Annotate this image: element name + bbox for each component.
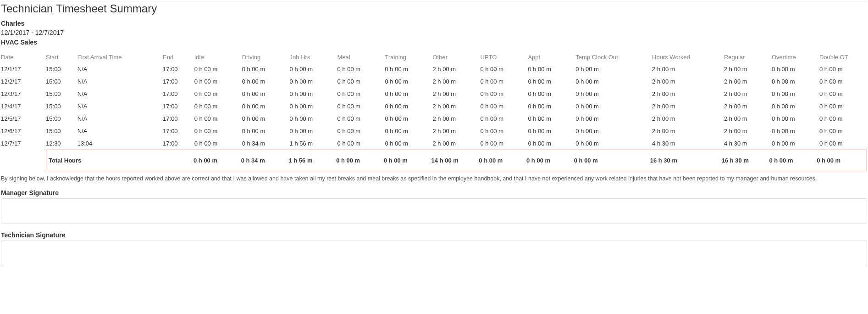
cell-start: 12:30 bbox=[46, 137, 77, 150]
cell-temp-clock-out: 0 h 00 m bbox=[575, 112, 652, 125]
cell-upto: 0 h 00 m bbox=[480, 125, 528, 137]
cell-start: 15:00 bbox=[46, 88, 77, 100]
cell-training: 0 h 00 m bbox=[385, 63, 433, 75]
cell-meal: 0 h 00 m bbox=[337, 125, 385, 137]
cell-end: 17:00 bbox=[163, 88, 194, 100]
cell-end: 17:00 bbox=[163, 100, 194, 112]
totals-overtime: 0 h 00 m bbox=[769, 153, 817, 168]
cell-end: 17:00 bbox=[163, 125, 194, 137]
cell-hours-worked: 2 h 00 m bbox=[652, 125, 724, 137]
cell-end: 17:00 bbox=[163, 75, 194, 88]
cell-meal: 0 h 00 m bbox=[337, 63, 385, 75]
manager-signature-label: Manager Signature bbox=[1, 189, 867, 196]
col-date: Date bbox=[1, 51, 46, 63]
cell-job-hrs: 0 h 00 m bbox=[290, 100, 337, 112]
cell-appt: 0 h 00 m bbox=[528, 75, 575, 88]
col-meal: Meal bbox=[337, 51, 385, 63]
page-title: Technician Timesheet Summary bbox=[1, 1, 867, 15]
cell-date: 12/5/17 bbox=[1, 112, 46, 125]
cell-temp-clock-out: 0 h 00 m bbox=[575, 63, 652, 75]
technician-name: Charles bbox=[1, 19, 867, 28]
cell-training: 0 h 00 m bbox=[385, 125, 433, 137]
cell-temp-clock-out: 0 h 00 m bbox=[575, 75, 652, 88]
cell-first-arrival: N/A bbox=[77, 75, 163, 88]
totals-temp-clock-out: 0 h 00 m bbox=[574, 153, 650, 168]
table-row: 12/5/1715:00N/A17:000 h 00 m0 h 00 m0 h … bbox=[1, 112, 867, 125]
cell-idle: 0 h 00 m bbox=[194, 112, 242, 125]
cell-other: 2 h 00 m bbox=[432, 112, 480, 125]
totals-meal: 0 h 00 m bbox=[336, 153, 384, 168]
cell-hours-worked: 2 h 00 m bbox=[652, 112, 724, 125]
cell-overtime: 0 h 00 m bbox=[772, 112, 819, 125]
cell-hours-worked: 4 h 30 m bbox=[652, 137, 724, 150]
cell-driving: 0 h 00 m bbox=[242, 63, 290, 75]
cell-overtime: 0 h 00 m bbox=[772, 125, 819, 137]
timesheet-table: Date Start First Arrival Time End Idle D… bbox=[1, 51, 867, 171]
col-idle: Idle bbox=[194, 51, 242, 63]
cell-other: 2 h 00 m bbox=[432, 88, 480, 100]
cell-driving: 0 h 00 m bbox=[242, 88, 290, 100]
cell-hours-worked: 2 h 00 m bbox=[652, 75, 724, 88]
cell-job-hrs: 0 h 00 m bbox=[290, 88, 337, 100]
cell-meal: 0 h 00 m bbox=[337, 112, 385, 125]
cell-date: 12/6/17 bbox=[1, 125, 46, 137]
totals-job-hrs: 1 h 56 m bbox=[288, 153, 336, 168]
cell-driving: 0 h 00 m bbox=[242, 112, 290, 125]
cell-other: 2 h 00 m bbox=[432, 63, 480, 75]
cell-regular: 2 h 00 m bbox=[724, 75, 772, 88]
col-regular: Regular bbox=[724, 51, 772, 63]
totals-other: 14 h 00 m bbox=[431, 153, 479, 168]
cell-upto: 0 h 00 m bbox=[480, 75, 528, 88]
col-upto: UPTO bbox=[480, 51, 528, 63]
cell-appt: 0 h 00 m bbox=[528, 88, 575, 100]
col-start: Start bbox=[46, 51, 77, 63]
totals-regular: 16 h 30 m bbox=[722, 153, 769, 168]
totals-row: Total Hours 0 h 00 m 0 h 34 m 1 h 56 m 0… bbox=[1, 150, 867, 171]
cell-job-hrs: 0 h 00 m bbox=[290, 63, 337, 75]
cell-regular: 4 h 30 m bbox=[724, 137, 772, 150]
cell-idle: 0 h 00 m bbox=[194, 137, 242, 150]
cell-date: 12/4/17 bbox=[1, 100, 46, 112]
cell-first-arrival: N/A bbox=[77, 88, 163, 100]
col-driving: Driving bbox=[242, 51, 290, 63]
cell-end: 17:00 bbox=[163, 63, 194, 75]
cell-first-arrival: N/A bbox=[77, 112, 163, 125]
cell-regular: 2 h 00 m bbox=[724, 88, 772, 100]
cell-appt: 0 h 00 m bbox=[528, 137, 575, 150]
cell-temp-clock-out: 0 h 00 m bbox=[575, 100, 652, 112]
cell-meal: 0 h 00 m bbox=[337, 75, 385, 88]
table-row: 12/2/1715:00N/A17:000 h 00 m0 h 00 m0 h … bbox=[1, 75, 867, 88]
cell-upto: 0 h 00 m bbox=[480, 112, 528, 125]
totals-hours-worked: 16 h 30 m bbox=[650, 153, 722, 168]
business-unit: HVAC Sales bbox=[1, 38, 867, 47]
col-end: End bbox=[163, 51, 194, 63]
col-double-ot: Double OT bbox=[819, 51, 867, 63]
cell-other: 2 h 00 m bbox=[432, 125, 480, 137]
cell-double-ot: 0 h 00 m bbox=[819, 75, 867, 88]
cell-training: 0 h 00 m bbox=[385, 75, 433, 88]
cell-double-ot: 0 h 00 m bbox=[819, 63, 867, 75]
totals-double-ot: 0 h 00 m bbox=[817, 153, 864, 168]
manager-signature-box[interactable] bbox=[1, 198, 867, 224]
col-first-arrival: First Arrival Time bbox=[77, 51, 163, 63]
cell-upto: 0 h 00 m bbox=[480, 100, 528, 112]
cell-regular: 2 h 00 m bbox=[724, 100, 772, 112]
col-other: Other bbox=[432, 51, 480, 63]
cell-appt: 0 h 00 m bbox=[528, 100, 575, 112]
technician-signature-box[interactable] bbox=[1, 241, 867, 266]
cell-overtime: 0 h 00 m bbox=[772, 75, 819, 88]
cell-appt: 0 h 00 m bbox=[528, 63, 575, 75]
totals-idle: 0 h 00 m bbox=[194, 153, 241, 168]
cell-first-arrival: N/A bbox=[77, 125, 163, 137]
cell-hours-worked: 2 h 00 m bbox=[652, 63, 724, 75]
cell-start: 15:00 bbox=[46, 125, 77, 137]
cell-first-arrival: 13:04 bbox=[77, 137, 163, 150]
cell-overtime: 0 h 00 m bbox=[772, 100, 819, 112]
cell-meal: 0 h 00 m bbox=[337, 88, 385, 100]
acknowledgement-text: By signing below, I acknowledge that the… bbox=[1, 175, 867, 183]
cell-start: 15:00 bbox=[46, 100, 77, 112]
cell-double-ot: 0 h 00 m bbox=[819, 88, 867, 100]
table-header-row: Date Start First Arrival Time End Idle D… bbox=[1, 51, 867, 63]
cell-double-ot: 0 h 00 m bbox=[819, 112, 867, 125]
cell-double-ot: 0 h 00 m bbox=[819, 137, 867, 150]
